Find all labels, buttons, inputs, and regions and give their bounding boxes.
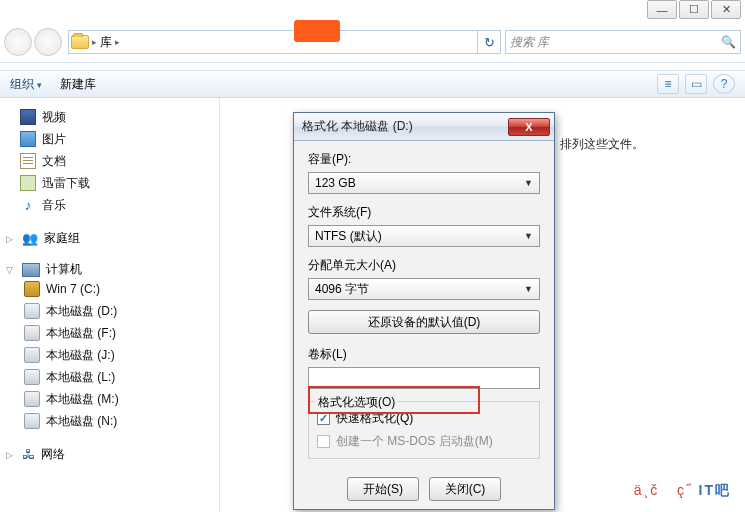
organize-menu[interactable]: 组织 (10, 76, 42, 93)
sidebar-item-label: 本地磁盘 (J:) (46, 347, 115, 364)
sidebar-item-label: 文档 (42, 153, 66, 170)
drive-icon (24, 325, 40, 341)
sidebar-item-documents[interactable]: 文档 (20, 150, 219, 172)
sidebar-item-label: 本地磁盘 (D:) (46, 303, 117, 320)
music-icon: ♪ (20, 197, 36, 213)
restore-defaults-button[interactable]: 还原设备的默认值(D) (308, 310, 540, 334)
expand-icon: ▷ (6, 234, 16, 244)
watermark-logo: IT吧 (699, 482, 731, 498)
search-icon: 🔍 (721, 35, 736, 49)
sidebar-section-computer[interactable]: ▽计算机 (6, 261, 219, 278)
download-icon (20, 175, 36, 191)
volume-input[interactable] (308, 367, 540, 389)
chevron-right-icon: ▸ (115, 37, 120, 47)
sidebar-item-downloads[interactable]: 迅雷下载 (20, 172, 219, 194)
format-dialog: 格式化 本地磁盘 (D:) X 容量(P): 123 GB 文件系统(F) NT… (293, 112, 555, 510)
back-button[interactable] (4, 28, 32, 56)
sidebar-item-label: 计算机 (46, 261, 82, 278)
format-options-label: 格式化选项(O) (315, 394, 398, 411)
checkbox-icon: ✓ (317, 412, 330, 425)
sidebar-item-label: 音乐 (42, 197, 66, 214)
dialog-close-button[interactable]: X (508, 118, 550, 136)
view-mode-button[interactable]: ≡ (657, 74, 679, 94)
forward-button[interactable] (34, 28, 62, 56)
capacity-label: 容量(P): (308, 151, 540, 168)
sidebar-item-label: 图片 (42, 131, 66, 148)
allocation-select[interactable]: 4096 字节 (308, 278, 540, 300)
filesystem-label: 文件系统(F) (308, 204, 540, 221)
sidebar-item-video[interactable]: 视频 (20, 106, 219, 128)
sidebar-item-label: 本地磁盘 (N:) (46, 413, 117, 430)
sidebar-item-label: 视频 (42, 109, 66, 126)
allocation-label: 分配单元大小(A) (308, 257, 540, 274)
refresh-button[interactable]: ↻ (477, 30, 501, 54)
window-close-button[interactable]: ✕ (711, 0, 741, 19)
collapse-icon: ▽ (6, 265, 16, 275)
capacity-select[interactable]: 123 GB (308, 172, 540, 194)
sidebar-item-label: 家庭组 (44, 230, 80, 247)
document-icon (20, 153, 36, 169)
watermark-text: ç˝ (677, 482, 693, 498)
maximize-button[interactable]: ☐ (679, 0, 709, 19)
sidebar-drive-f[interactable]: 本地磁盘 (F:) (24, 322, 219, 344)
drive-icon (24, 391, 40, 407)
sidebar-drive-d[interactable]: 本地磁盘 (D:) (24, 300, 219, 322)
divider (0, 62, 745, 63)
sidebar-item-label: 本地磁盘 (M:) (46, 391, 119, 408)
network-icon: 🖧 (22, 447, 35, 462)
empty-folder-hint: 排列这些文件。 (560, 136, 644, 153)
drive-icon (24, 347, 40, 363)
sidebar-item-music[interactable]: ♪音乐 (20, 194, 219, 216)
capacity-value: 123 GB (315, 176, 356, 190)
filesystem-value: NTFS (默认) (315, 228, 382, 245)
orange-badge (294, 20, 340, 42)
watermark-text: ä¸č (634, 482, 659, 498)
computer-icon (22, 263, 40, 277)
sidebar-item-label: 迅雷下载 (42, 175, 90, 192)
drive-icon (24, 413, 40, 429)
video-icon (20, 109, 36, 125)
folder-icon (71, 35, 89, 49)
sidebar-item-label: Win 7 (C:) (46, 282, 100, 296)
new-library-button[interactable]: 新建库 (60, 76, 96, 93)
drive-icon (24, 281, 40, 297)
search-input[interactable]: 搜索 库 🔍 (505, 30, 741, 54)
crumb-root[interactable]: 库 (100, 34, 112, 51)
sidebar-item-label: 网络 (41, 446, 65, 463)
watermark: ä¸č ç˝ IT吧 (634, 482, 731, 500)
breadcrumb[interactable]: ▸ 库 ▸ (68, 30, 478, 54)
expand-icon: ▷ (6, 450, 16, 460)
checkbox-icon (317, 435, 330, 448)
allocation-value: 4096 字节 (315, 281, 369, 298)
minimize-button[interactable]: — (647, 0, 677, 19)
filesystem-select[interactable]: NTFS (默认) (308, 225, 540, 247)
drive-icon (24, 303, 40, 319)
volume-label: 卷标(L) (308, 346, 540, 363)
help-button[interactable]: ? (713, 74, 735, 94)
msdos-label: 创建一个 MS-DOS 启动盘(M) (336, 433, 493, 450)
sidebar-drive-c[interactable]: Win 7 (C:) (24, 278, 219, 300)
search-placeholder: 搜索 库 (510, 34, 549, 51)
sidebar-item-label: 本地磁盘 (L:) (46, 369, 115, 386)
start-button[interactable]: 开始(S) (347, 477, 419, 501)
homegroup-icon: 👥 (22, 231, 38, 246)
preview-pane-button[interactable]: ▭ (685, 74, 707, 94)
quick-format-checkbox[interactable]: ✓ 快速格式化(Q) (317, 410, 531, 427)
sidebar-drive-l[interactable]: 本地磁盘 (L:) (24, 366, 219, 388)
msdos-boot-checkbox: 创建一个 MS-DOS 启动盘(M) (317, 433, 531, 450)
sidebar-item-pictures[interactable]: 图片 (20, 128, 219, 150)
sidebar-drive-m[interactable]: 本地磁盘 (M:) (24, 388, 219, 410)
dialog-title: 格式化 本地磁盘 (D:) (302, 118, 413, 135)
sidebar-drive-n[interactable]: 本地磁盘 (N:) (24, 410, 219, 432)
sidebar-section-network[interactable]: ▷🖧网络 (6, 446, 219, 463)
drive-icon (24, 369, 40, 385)
picture-icon (20, 131, 36, 147)
close-button[interactable]: 关闭(C) (429, 477, 501, 501)
sidebar-drive-j[interactable]: 本地磁盘 (J:) (24, 344, 219, 366)
chevron-right-icon: ▸ (92, 37, 97, 47)
quick-format-label: 快速格式化(Q) (336, 410, 413, 427)
sidebar-section-homegroup[interactable]: ▷👥家庭组 (6, 230, 219, 247)
format-options-group: 格式化选项(O) ✓ 快速格式化(Q) 创建一个 MS-DOS 启动盘(M) (308, 401, 540, 459)
sidebar-item-label: 本地磁盘 (F:) (46, 325, 116, 342)
